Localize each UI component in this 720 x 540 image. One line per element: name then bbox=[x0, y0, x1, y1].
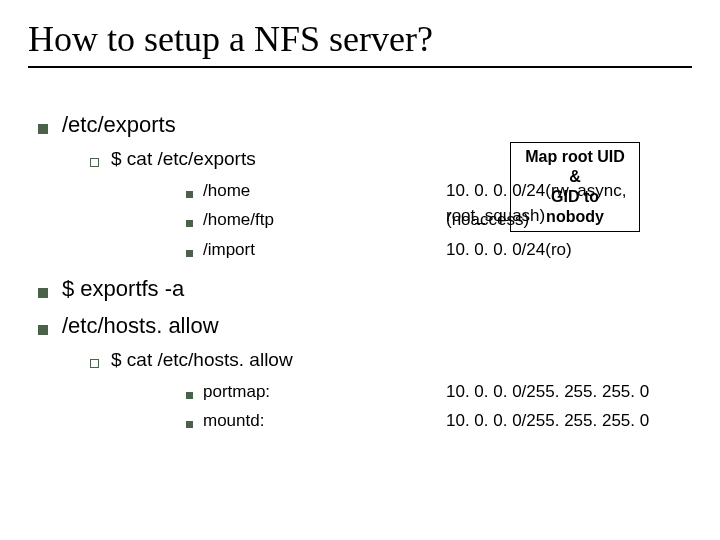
export-path: /import bbox=[203, 237, 255, 263]
item-label: $ exportfs -a bbox=[62, 272, 184, 305]
item-label: /etc/exports bbox=[62, 108, 176, 141]
exports-rows: /home 10. 0. 0. 0/24(rw, async, root_squ… bbox=[186, 178, 692, 263]
item-etc-exports: /etc/exports $ cat /etc/exports /home 10… bbox=[38, 108, 692, 262]
host-val: 10. 0. 0. 0/255. 255. 255. 0 bbox=[446, 379, 649, 405]
exports-row: /import 10. 0. 0. 0/24(ro) bbox=[186, 237, 692, 263]
export-path: /home/ftp bbox=[203, 207, 274, 233]
bullet-icon bbox=[90, 158, 99, 167]
hosts-row: portmap: 10. 0. 0. 0/255. 255. 255. 0 bbox=[186, 379, 692, 405]
bullet-icon bbox=[186, 250, 193, 257]
host-val: 10. 0. 0. 0/255. 255. 255. 0 bbox=[446, 408, 649, 434]
slide-content: /etc/exports $ cat /etc/exports /home 10… bbox=[28, 108, 692, 434]
subitem-cat-exports: $ cat /etc/exports /home 10. 0. 0. 0/24(… bbox=[90, 145, 692, 262]
bullet-icon bbox=[38, 124, 48, 134]
item-label: /etc/hosts. allow bbox=[62, 309, 219, 342]
bullet-icon bbox=[38, 325, 48, 335]
export-path: /home bbox=[203, 178, 250, 204]
slide-title: How to setup a NFS server? bbox=[28, 18, 692, 60]
subitem-label: $ cat /etc/exports bbox=[111, 145, 256, 174]
bullet-icon bbox=[186, 392, 193, 399]
export-opts: (noaccess) bbox=[446, 207, 529, 233]
bullet-icon bbox=[186, 421, 193, 428]
host-key: mountd: bbox=[203, 408, 264, 434]
hosts-row: mountd: 10. 0. 0. 0/255. 255. 255. 0 bbox=[186, 408, 692, 434]
subitem-label: $ cat /etc/hosts. allow bbox=[111, 346, 293, 375]
item-hosts-allow: /etc/hosts. allow $ cat /etc/hosts. allo… bbox=[38, 309, 692, 434]
slide: How to setup a NFS server? Map root UID … bbox=[0, 0, 720, 540]
title-underline bbox=[28, 66, 692, 68]
item-exportfs: $ exportfs -a bbox=[38, 272, 692, 305]
exports-row: /home/ftp (noaccess) bbox=[186, 207, 692, 233]
subitem-cat-hosts-allow: $ cat /etc/hosts. allow portmap: 10. 0. … bbox=[90, 346, 692, 434]
bullet-icon bbox=[186, 220, 193, 227]
exports-row: /home 10. 0. 0. 0/24(rw, async, root_squ… bbox=[186, 178, 692, 204]
export-opts: 10. 0. 0. 0/24(ro) bbox=[446, 237, 572, 263]
host-key: portmap: bbox=[203, 379, 270, 405]
bullet-icon bbox=[38, 288, 48, 298]
hosts-rows: portmap: 10. 0. 0. 0/255. 255. 255. 0 mo… bbox=[186, 379, 692, 434]
bullet-icon bbox=[90, 359, 99, 368]
bullet-icon bbox=[186, 191, 193, 198]
